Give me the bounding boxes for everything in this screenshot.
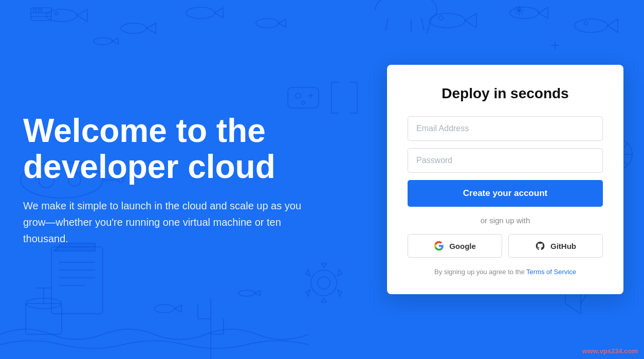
svg-rect-50 [288,87,319,108]
social-buttons: Google GitHub [408,234,603,258]
left-content: Welcome to the developer cloud We make i… [23,113,311,247]
svg-point-1 [55,12,58,15]
google-button[interactable]: Google [408,234,502,258]
signup-card: Deploy in seconds Create your account or… [387,65,623,294]
tos-prefix: By signing up you agree to the [434,268,526,276]
tos-link[interactable]: Terms of Service [526,268,576,276]
welcome-title: Welcome to the developer cloud [23,113,311,185]
svg-point-27 [311,270,337,296]
svg-point-28 [318,277,330,289]
svg-rect-14 [33,9,36,11]
github-button-label: GitHub [550,242,576,250]
svg-point-8 [510,7,539,19]
google-button-label: Google [449,242,476,250]
github-button[interactable]: GitHub [508,234,603,258]
card-title: Deploy in seconds [408,85,603,102]
svg-point-51 [296,93,301,98]
svg-point-39 [238,290,255,296]
welcome-subtitle: We make it simple to launch in the cloud… [23,197,311,246]
svg-point-9 [575,19,608,32]
google-icon [434,241,444,251]
create-account-button[interactable]: Create your account [408,180,603,207]
password-field[interactable] [408,148,603,173]
svg-rect-15 [39,9,42,11]
svg-point-7 [439,16,443,20]
svg-point-4 [256,19,279,28]
github-icon [535,241,545,251]
svg-point-10 [584,22,588,25]
email-field[interactable] [408,116,603,141]
watermark: www.vps234.com [582,347,638,355]
svg-point-54 [302,101,305,104]
svg-point-38 [154,304,175,313]
divider-text: or sign up with [408,216,603,225]
svg-point-2 [121,23,146,33]
svg-point-5 [94,38,112,45]
tos-text: By signing up you agree to the Terms of … [408,268,603,276]
svg-point-3 [186,7,215,19]
svg-point-6 [429,13,465,28]
